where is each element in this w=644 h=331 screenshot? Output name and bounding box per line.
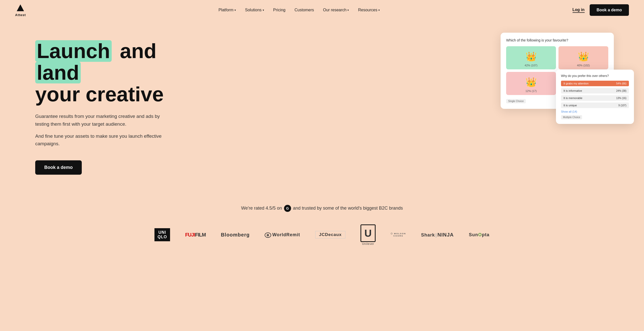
survey-option-2-pct: 40% (102) xyxy=(577,64,590,67)
logo-sunopta: SunOpta xyxy=(469,232,490,238)
bar-label-4: It is unique xyxy=(564,104,577,107)
headline-land: land xyxy=(35,62,81,83)
trust-text: We're rated 4.5/5 on G and trusted by so… xyxy=(15,205,629,212)
trust-logos-row: UNIQLO FUJIFILM Bloomberg ⊕WorldRemit JC… xyxy=(15,224,629,245)
bar-pct-4: 9 (107) xyxy=(618,104,626,107)
headline-line2: your creative xyxy=(35,83,164,106)
svg-marker-0 xyxy=(17,4,24,11)
logo-shark-ninja: Shark|NINJA xyxy=(421,232,454,238)
bar-item-4: It is unique9 (107) xyxy=(561,103,629,108)
navbar: Attest Platform ▾ Solutions ▾ Pricing Cu… xyxy=(0,0,644,20)
logo-uniqlo: UNIQLO xyxy=(154,228,170,241)
headline-and: and xyxy=(120,39,156,62)
g-icon: G xyxy=(284,205,291,212)
headline-launch: Launch xyxy=(35,40,112,62)
bar-row-2: It is informative24% (38) xyxy=(561,88,629,93)
hero-right: Which of the following is your favourite… xyxy=(501,33,614,109)
crown-icon-3: 👑 xyxy=(526,77,537,87)
bar-item-3: It is memorable13% (16) xyxy=(561,95,629,101)
logo[interactable]: Attest xyxy=(15,4,26,17)
hero-subtext-2: And fine tune your assets to make sure y… xyxy=(35,132,166,148)
bar-label-2: It is informative xyxy=(564,89,582,92)
hero-headline: Launch and land your creative xyxy=(35,40,206,105)
chevron-down-icon: ▾ xyxy=(234,9,236,12)
hero-left: Launch and land your creative Guarantee … xyxy=(35,35,206,175)
logo-molson-coors: ⬡ MOLSON COORS xyxy=(391,232,406,237)
login-button[interactable]: Log in xyxy=(573,8,585,13)
nav-links: Platform ▾ Solutions ▾ Pricing Customers… xyxy=(218,8,380,12)
survey-option-3-pct: 12% (17) xyxy=(526,89,537,92)
survey-option-2[interactable]: 👑 40% (102) xyxy=(558,46,608,69)
bar-label-1: It grabs my attention xyxy=(564,82,589,85)
logo-worldremit: ⊕WorldRemit xyxy=(265,232,300,238)
nav-item-our-research[interactable]: Our research ▾ xyxy=(323,8,349,12)
chevron-down-icon: ▾ xyxy=(347,9,349,12)
bar-row-3: It is memorable13% (16) xyxy=(561,95,629,101)
logo-fujifilm: FUJIFILM xyxy=(185,232,206,238)
survey-question: Which of the following is your favourite… xyxy=(506,38,608,42)
crown-icon-1: 👑 xyxy=(526,51,537,62)
nav-item-customers[interactable]: Customers xyxy=(295,8,314,12)
bar-label-3: It is memorable xyxy=(564,97,582,100)
show-all-link[interactable]: Show all (14) xyxy=(561,110,629,113)
nav-demo-button[interactable]: Book a demo xyxy=(590,4,629,16)
logo-bloomberg: Bloomberg xyxy=(221,232,250,238)
overlay-type-badge: Multiple Choice xyxy=(561,115,582,119)
nav-item-resources[interactable]: Resources ▾ xyxy=(358,8,380,12)
logo-text: Attest xyxy=(15,13,26,17)
logo-unilever: U Unilever xyxy=(360,224,376,245)
overlay-question: Why do you prefer this over others? xyxy=(561,74,629,78)
logo-jcdecaux: JCDecaux xyxy=(315,231,345,239)
trust-text-before: We're rated 4.5/5 on xyxy=(241,206,282,211)
survey-option-3[interactable]: 👑 12% (17) xyxy=(506,72,556,95)
crown-icon-2: 👑 xyxy=(578,51,589,62)
bar-pct-2: 24% (38) xyxy=(616,89,626,92)
chevron-down-icon: ▾ xyxy=(378,9,380,12)
survey-card-overlay: Why do you prefer this over others?It gr… xyxy=(556,70,634,124)
hero-section: Launch and land your creative Guarantee … xyxy=(0,20,644,185)
survey-option-1-pct: 42% (107) xyxy=(525,64,538,67)
hero-demo-button[interactable]: Book a demo xyxy=(35,160,82,175)
trust-text-after: and trusted by some of the world's bigge… xyxy=(293,206,403,211)
bar-row-1: It grabs my attention54% (66) xyxy=(561,81,629,86)
chevron-down-icon: ▾ xyxy=(263,9,264,12)
nav-item-pricing[interactable]: Pricing xyxy=(273,8,286,12)
bar-pct-3: 13% (16) xyxy=(616,97,626,100)
bar-item-1: It grabs my attention54% (66) xyxy=(561,81,629,86)
nav-item-platform[interactable]: Platform ▾ xyxy=(218,8,236,12)
bar-row-4: It is unique9 (107) xyxy=(561,103,629,108)
survey-option-1[interactable]: 👑 42% (107) xyxy=(506,46,556,69)
survey-type-badge: Single Choice xyxy=(506,99,526,103)
bar-pct-1: 54% (66) xyxy=(616,82,626,85)
nav-item-solutions[interactable]: Solutions ▾ xyxy=(245,8,264,12)
trust-bar: We're rated 4.5/5 on G and trusted by so… xyxy=(0,185,644,255)
bar-item-2: It is informative24% (38) xyxy=(561,88,629,93)
nav-actions: Log in Book a demo xyxy=(573,4,629,16)
hero-subtext-1: Guarantee results from your marketing cr… xyxy=(35,113,166,128)
